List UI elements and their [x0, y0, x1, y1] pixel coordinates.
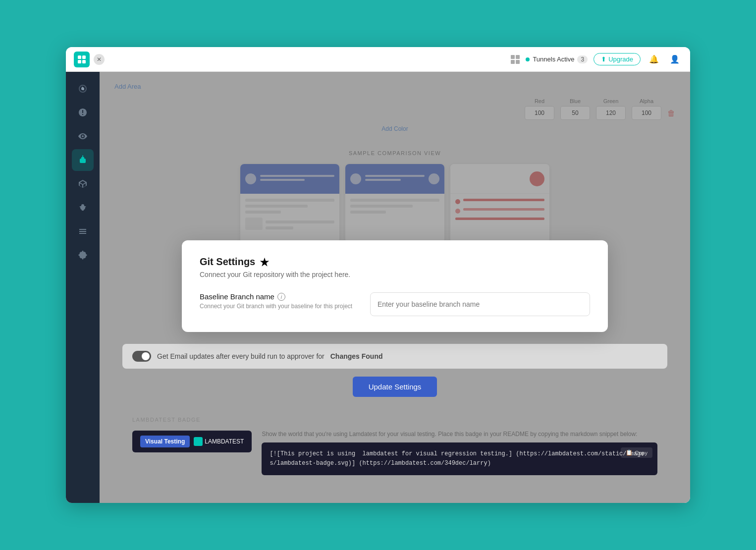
sidebar-item-settings[interactable] — [72, 244, 94, 266]
branch-sublabel: Connect your Git branch with your baseli… — [200, 303, 358, 310]
bell-icon[interactable]: 🔔 — [647, 52, 661, 67]
badge-code-block: [![This project is using lambdatest for … — [262, 442, 657, 475]
badge-desc: Show the world that you're using Lamdate… — [262, 431, 657, 438]
tunnel-dot — [526, 57, 530, 61]
upgrade-button[interactable]: ⬆ Upgrade — [594, 53, 641, 65]
content-area: Add Area Red Blue Green Al — [100, 72, 690, 503]
top-bar-right: Tunnels Active 3 ⬆ Upgrade 🔔 👤 — [511, 52, 682, 67]
git-settings-icon — [259, 257, 270, 268]
sidebar-item-dashboard[interactable] — [72, 78, 94, 100]
email-toggle[interactable] — [132, 351, 151, 362]
sidebar-item-cube[interactable] — [72, 173, 94, 195]
modal-title: Git Settings — [200, 256, 255, 268]
badge-code-section: Show the world that you're using Lamdate… — [262, 431, 657, 475]
copy-button[interactable]: 📋 Copy — [621, 447, 652, 458]
svg-rect-5 — [80, 159, 86, 163]
copy-icon: 📋 — [626, 449, 633, 456]
svg-point-10 — [82, 156, 83, 157]
badge-content: Visual Testing LAMBDATEST Show the world… — [132, 431, 657, 475]
svg-point-7 — [81, 161, 83, 162]
sidebar-item-stack[interactable] — [72, 220, 94, 242]
sidebar-item-eye[interactable] — [72, 125, 94, 147]
sidebar-item-bot[interactable] — [72, 149, 94, 171]
form-input-col — [370, 292, 590, 316]
modal-overlay: Git Settings Connect your Git repository… — [100, 72, 690, 503]
badge-preview: Visual Testing LAMBDATEST — [132, 431, 252, 452]
form-label-col: Baseline Branch name i Connect your Git … — [200, 292, 358, 310]
tunnels-badge: Tunnels Active 3 — [526, 55, 588, 63]
update-btn-row: Update Settings — [122, 377, 667, 397]
sidebar-item-bug[interactable] — [72, 197, 94, 219]
svg-rect-2 — [78, 60, 81, 63]
badge-visual-button[interactable]: Visual Testing — [140, 436, 190, 447]
svg-rect-6 — [81, 157, 84, 159]
logo-icon[interactable] — [74, 52, 90, 67]
git-settings-modal: Git Settings Connect your Git repository… — [182, 240, 608, 332]
info-icon[interactable]: i — [277, 293, 285, 301]
svg-point-8 — [83, 161, 85, 162]
badge-section-label: LAMBDATEST BADGE — [132, 417, 657, 423]
svg-rect-0 — [78, 55, 81, 59]
badge-code-text: [![This project is using lambdatest for … — [270, 449, 649, 468]
grid-icon[interactable] — [511, 55, 520, 64]
browser-window: ✕ Tunnels Active 3 ⬆ Upgrade 🔔 👤 — [66, 47, 690, 503]
top-bar-left: ✕ — [74, 52, 105, 67]
upgrade-label: Upgrade — [608, 55, 633, 63]
email-toggle-row: Get Email updates after every build run … — [122, 344, 667, 369]
form-row: Baseline Branch name i Connect your Git … — [200, 292, 590, 316]
sidebar-item-history[interactable] — [72, 102, 94, 123]
close-button[interactable]: ✕ — [94, 54, 105, 65]
branch-label: Baseline Branch name i — [200, 292, 358, 301]
email-text-before: Get Email updates after every build run … — [157, 352, 324, 360]
branch-name-input[interactable] — [370, 292, 590, 316]
svg-rect-3 — [82, 60, 86, 63]
branch-label-text: Baseline Branch name — [200, 292, 274, 301]
toggle-thumb — [142, 352, 150, 360]
lt-logo-box — [194, 437, 203, 446]
tunnel-count: 3 — [577, 55, 588, 63]
tunnels-label: Tunnels Active — [533, 55, 574, 63]
copy-label: Copy — [635, 450, 648, 456]
upgrade-icon: ⬆ — [601, 55, 606, 63]
email-text-bold: Changes Found — [330, 352, 383, 360]
sidebar — [66, 72, 100, 503]
update-settings-button[interactable]: Update Settings — [353, 377, 437, 397]
svg-rect-1 — [82, 55, 86, 59]
badge-lt-logo: LAMBDATEST — [194, 437, 244, 446]
top-bar: ✕ Tunnels Active 3 ⬆ Upgrade 🔔 👤 — [66, 47, 690, 72]
lt-logo-text: LAMBDATEST — [205, 438, 244, 445]
modal-subtitle: Connect your Git repository with the pro… — [200, 271, 590, 278]
main-layout: Add Area Red Blue Green Al — [66, 72, 690, 503]
badge-section: LAMBDATEST BADGE Visual Testing LAMBDATE… — [122, 417, 667, 485]
modal-title-row: Git Settings — [200, 256, 590, 268]
user-icon[interactable]: 👤 — [667, 52, 682, 67]
below-modal: Get Email updates after every build run … — [122, 332, 667, 485]
